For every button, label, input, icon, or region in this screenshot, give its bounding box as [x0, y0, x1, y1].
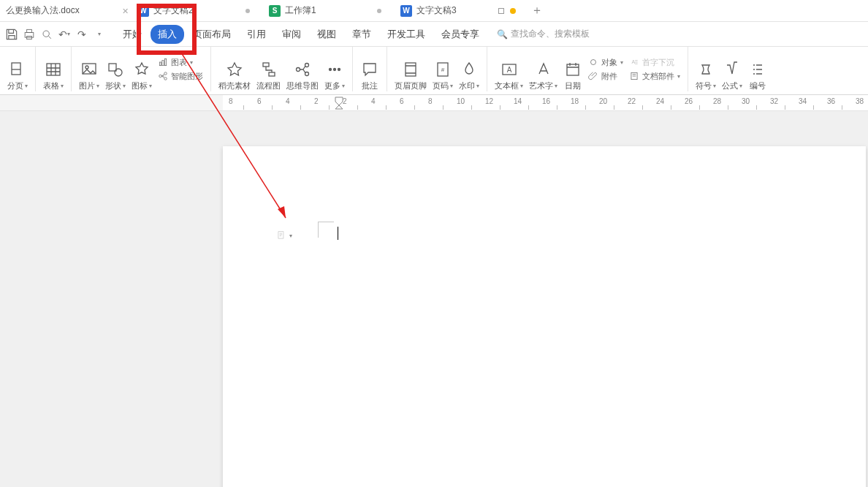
- word-icon: W: [400, 5, 412, 17]
- text-caret: [338, 227, 338, 240]
- btn-table[interactable]: 表格▾: [40, 47, 66, 91]
- label: 符号: [696, 80, 712, 91]
- ruler-number: 26: [685, 97, 693, 105]
- tab-label: 么更换输入法.docx: [6, 4, 80, 17]
- close-icon[interactable]: ✕: [122, 6, 129, 15]
- page[interactable]: [223, 146, 866, 487]
- btn-icons[interactable]: 图标▾: [129, 47, 155, 91]
- tab-devtools[interactable]: 开发工具: [380, 25, 433, 44]
- tab-home[interactable]: 开始: [115, 25, 149, 44]
- svg-point-21: [330, 69, 332, 71]
- sheet-icon: S: [269, 5, 281, 17]
- btn-mindmap[interactable]: 思维导图: [283, 47, 321, 91]
- paragraph-options-hint[interactable]: ▾: [276, 230, 292, 241]
- calendar-icon: [563, 60, 582, 79]
- btn-equation[interactable]: 公式▾: [719, 47, 745, 91]
- tab-references[interactable]: 引用: [240, 25, 273, 44]
- btn-paging[interactable]: 分页▾: [4, 47, 31, 91]
- label: 图片: [79, 80, 95, 91]
- command-search[interactable]: 🔍 查找命令、搜索模板: [497, 28, 590, 40]
- ruler-number: 10: [457, 97, 465, 105]
- tab-label: 文字文稿3: [416, 4, 457, 17]
- btn-numbering[interactable]: 编号: [745, 47, 770, 91]
- mindmap-icon: [293, 60, 312, 79]
- print-icon[interactable]: [22, 27, 37, 42]
- label: 公式: [722, 80, 738, 91]
- save-icon[interactable]: [4, 27, 19, 42]
- btn-watermark[interactable]: 水印▾: [456, 47, 482, 91]
- preview-icon[interactable]: [39, 27, 54, 42]
- ruler-number: 38: [856, 97, 864, 105]
- tab-label: 文字文稿2: [153, 4, 194, 17]
- svg-rect-16: [263, 63, 269, 67]
- label: 思维导图: [286, 80, 319, 91]
- btn-date[interactable]: 日期: [560, 47, 585, 91]
- tab-doc-2[interactable]: S 工作簿1: [263, 0, 395, 21]
- comment-icon: [360, 60, 379, 79]
- tab-chapter[interactable]: 章节: [345, 25, 378, 44]
- label: 页眉页脚: [395, 80, 427, 91]
- label: 更多: [324, 80, 340, 91]
- more-icon: [325, 60, 344, 79]
- tab-doc-3[interactable]: W 文字文稿3: [395, 0, 526, 21]
- btn-dropcap[interactable]: A首字下沉: [629, 57, 680, 68]
- svg-point-23: [338, 69, 340, 71]
- btn-docparts[interactable]: 文档部件▾: [629, 71, 680, 82]
- svg-rect-8: [109, 64, 116, 71]
- btn-more[interactable]: 更多▾: [321, 47, 348, 91]
- svg-point-3: [43, 31, 49, 37]
- tab-doc-0[interactable]: 么更换输入法.docx ✕: [0, 0, 132, 21]
- btn-textbox[interactable]: A 文本框▾: [492, 47, 526, 91]
- btn-symbol[interactable]: 符号▾: [693, 47, 719, 91]
- unsaved-dot-icon: [377, 9, 381, 13]
- tab-label: 工作簿1: [285, 4, 316, 17]
- table-icon: [44, 60, 63, 79]
- btn-attachment[interactable]: 附件: [588, 71, 623, 82]
- document-tab-strip: 么更换输入法.docx ✕ W 文字文稿2 S 工作簿1 W 文字文稿3 ＋: [0, 0, 868, 22]
- svg-rect-24: [406, 63, 416, 76]
- btn-shapes[interactable]: 形状▾: [102, 47, 129, 91]
- tab-doc-1[interactable]: W 文字文稿2: [132, 0, 263, 21]
- btn-chart[interactable]: 图表▾: [158, 57, 203, 68]
- icons-icon: [132, 60, 151, 79]
- tab-member[interactable]: 会员专享: [434, 25, 487, 44]
- label: 智能图形: [171, 71, 203, 82]
- btn-object[interactable]: 对象▾: [588, 57, 623, 68]
- svg-point-18: [297, 68, 300, 72]
- svg-rect-5: [47, 64, 60, 75]
- main-menu-row: ↶▾ ↷ ▾ 开始 插入 页面布局 引用 审阅 视图 章节 开发工具 会员专享 …: [0, 22, 868, 47]
- btn-wordart[interactable]: 艺术字▾: [526, 47, 560, 91]
- btn-headerfooter[interactable]: 页眉页脚: [392, 47, 430, 91]
- horizontal-ruler[interactable]: 86422468101214161820222426283032343638: [0, 95, 868, 111]
- qat-more-icon[interactable]: ▾: [92, 27, 107, 42]
- tab-pagelayout[interactable]: 页面布局: [186, 25, 238, 44]
- btn-pagenum[interactable]: # 页码▾: [430, 47, 456, 91]
- undo-icon[interactable]: ↶▾: [57, 27, 72, 42]
- svg-rect-0: [25, 32, 34, 37]
- btn-smartart[interactable]: 智能图形: [158, 71, 203, 82]
- btn-comment[interactable]: 批注: [357, 47, 382, 91]
- label: 水印: [459, 80, 475, 91]
- redo-icon[interactable]: ↷: [75, 27, 89, 42]
- label: 分页: [7, 80, 23, 91]
- ruler-number: 14: [514, 97, 522, 105]
- tab-insert[interactable]: 插入: [151, 25, 184, 44]
- equation-icon: [723, 60, 742, 79]
- tab-view[interactable]: 视图: [310, 25, 343, 44]
- restore-window-icon[interactable]: [498, 8, 504, 14]
- btn-flowchart[interactable]: 流程图: [254, 47, 283, 91]
- tab-review[interactable]: 审阅: [275, 25, 308, 44]
- label: 文本框: [495, 80, 519, 91]
- search-placeholder: 查找命令、搜索模板: [511, 28, 590, 40]
- svg-rect-1: [27, 29, 32, 32]
- document-canvas[interactable]: [0, 111, 868, 487]
- minimize-dot-icon[interactable]: [510, 8, 516, 14]
- btn-picture[interactable]: 图片▾: [76, 47, 102, 91]
- add-tab-button[interactable]: ＋: [526, 0, 548, 21]
- textbox-icon: A: [500, 60, 519, 79]
- picture-icon: [80, 60, 99, 79]
- indent-marker-icon[interactable]: [335, 97, 343, 111]
- btn-dkres[interactable]: 稻壳素材: [216, 47, 254, 91]
- ruler-number: 34: [799, 97, 807, 105]
- unsaved-dot-icon: [245, 9, 250, 13]
